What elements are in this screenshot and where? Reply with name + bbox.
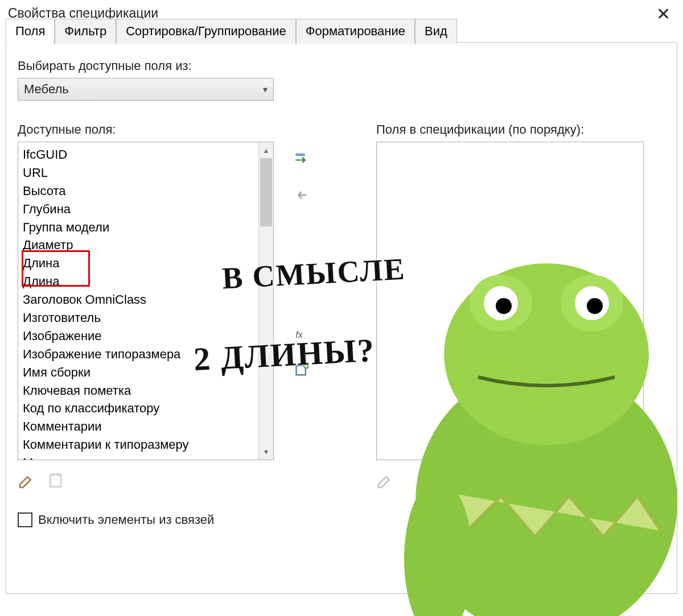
list-item[interactable]: Высота: [23, 182, 269, 200]
list-item[interactable]: Комментарии: [23, 417, 269, 436]
scheduled-fields-label: Поля в спецификации (по порядку):: [376, 122, 644, 137]
tab-filter[interactable]: Фильтр: [55, 19, 116, 44]
list-item[interactable]: Длина: [23, 254, 269, 272]
list-item[interactable]: Ключевая пометка: [23, 382, 269, 400]
list-item[interactable]: Изображение типоразмера: [23, 345, 269, 363]
add-field-button[interactable]: [291, 147, 314, 170]
scroll-down-icon[interactable]: ▾: [259, 444, 273, 460]
edit-scheduled-icon[interactable]: [376, 472, 394, 490]
calculated-value-button[interactable]: fx: [291, 323, 314, 345]
tab-sort-group[interactable]: Сортировка/Группирование: [116, 19, 295, 44]
list-item[interactable]: Глубина: [23, 200, 269, 218]
new-parameter-icon[interactable]: [47, 472, 65, 490]
list-item[interactable]: Длина: [23, 272, 269, 291]
list-item[interactable]: Код по классификатору: [23, 399, 269, 417]
list-item[interactable]: URL: [23, 164, 269, 182]
scheduled-fields-listbox[interactable]: [376, 142, 644, 460]
dropdown-value: Мебель: [24, 82, 69, 97]
chevron-down-icon: ▾: [263, 84, 268, 95]
tab-formatting[interactable]: Форматирование: [296, 19, 415, 44]
svg-rect-1: [295, 154, 305, 156]
svg-text:fx: fx: [295, 329, 303, 340]
scroll-up-icon[interactable]: ▴: [259, 142, 273, 158]
available-from-label: Выбирать доступные поля из:: [18, 59, 665, 73]
list-item[interactable]: Изображение: [23, 327, 269, 345]
available-fields-label: Доступные поля:: [18, 122, 274, 137]
svg-rect-0: [50, 474, 61, 486]
list-item[interactable]: Марка: [23, 454, 269, 460]
available-fields-listbox[interactable]: IfcGUIDURLВысотаГлубинаГруппа моделиДиам…: [18, 142, 274, 460]
list-item[interactable]: Комментарии к типоразмеру: [23, 436, 269, 454]
combine-parameters-button[interactable]: [291, 359, 314, 382]
include-linked-checkbox[interactable]: [18, 512, 32, 527]
list-item[interactable]: Группа модели: [23, 218, 269, 237]
tabs: Поля Фильтр Сортировка/Группирование Фор…: [6, 19, 457, 44]
close-button[interactable]: ✕: [652, 6, 675, 23]
scroll-thumb[interactable]: [260, 158, 272, 226]
remove-field-button[interactable]: [291, 184, 314, 206]
category-dropdown[interactable]: Мебель ▾: [18, 78, 274, 101]
tab-fields[interactable]: Поля: [6, 19, 55, 44]
include-linked-label: Включить элементы из связей: [38, 512, 214, 527]
tab-view[interactable]: Вид: [415, 19, 457, 44]
scrollbar[interactable]: ▴ ▾: [258, 142, 273, 460]
list-item[interactable]: Заголовок OmniClass: [23, 291, 269, 309]
list-item[interactable]: Имя сборки: [23, 363, 269, 382]
list-item[interactable]: IfcGUID: [23, 146, 269, 164]
list-item[interactable]: Изготовитель: [23, 309, 269, 327]
edit-parameter-icon[interactable]: [18, 472, 36, 490]
list-item[interactable]: Диаметр: [23, 236, 269, 254]
